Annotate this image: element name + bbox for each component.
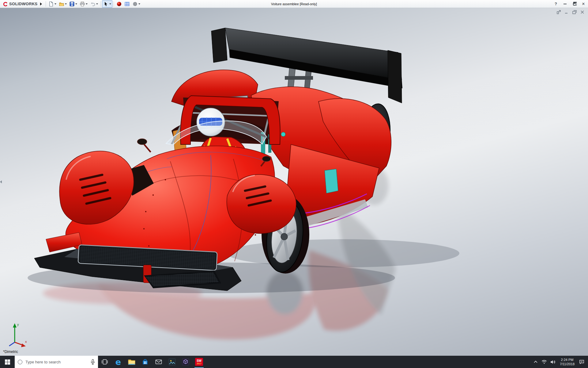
taskbar-apps: e — [98, 356, 206, 368]
task-view-icon — [101, 359, 108, 365]
mail-button[interactable] — [152, 356, 165, 368]
help-button[interactable]: ? — [551, 0, 560, 8]
side-window — [325, 169, 338, 193]
photos-icon — [168, 358, 176, 366]
print-button[interactable] — [78, 0, 89, 8]
open-folder-icon — [59, 1, 64, 7]
titlebar: SOLIDWORKS — [0, 0, 588, 8]
task-view-button[interactable] — [98, 356, 111, 368]
store-icon — [142, 358, 149, 365]
solidworks-taskbar-button[interactable]: SW 2017 — [192, 356, 206, 368]
design-table-button[interactable] — [123, 0, 131, 8]
orientation-triad: y x — [4, 321, 29, 349]
sw-badge-text: SW — [197, 359, 202, 362]
toolbar-separator — [114, 1, 114, 7]
photos-button[interactable] — [165, 356, 179, 368]
action-center-button[interactable] — [578, 356, 586, 368]
appearance-sphere-icon — [116, 1, 122, 7]
3d-cube-icon — [182, 358, 189, 366]
clock-time: 2:24 PM — [560, 358, 575, 362]
window-title: Voiture assemblee [Read-only] — [271, 2, 317, 6]
panel-collapse-arrow[interactable] — [0, 178, 3, 185]
file-explorer-button[interactable] — [125, 356, 138, 368]
options-button[interactable] — [131, 0, 141, 8]
network-icon — [541, 360, 547, 364]
car-model-render[interactable] — [0, 8, 588, 356]
brand-name: SOLIDWORKS — [9, 2, 38, 6]
table-grid-icon — [124, 1, 130, 7]
minimize-button[interactable] — [560, 0, 570, 8]
undo-icon — [90, 1, 96, 7]
x-axis-label: x — [25, 340, 27, 343]
edge-button[interactable]: e — [111, 356, 125, 368]
volume-button[interactable] — [549, 356, 557, 368]
new-document-icon — [48, 1, 54, 7]
select-tool-button[interactable] — [102, 0, 112, 8]
doc-restore-button[interactable] — [572, 10, 577, 14]
options-gear-icon — [132, 1, 138, 7]
search-input[interactable] — [25, 359, 88, 365]
toolbar-separator — [46, 1, 46, 7]
dropdown-caret-icon[interactable] — [86, 3, 88, 5]
clock-date: 7/11/2018 — [560, 362, 575, 366]
graphics-viewport[interactable]: y x *Dimetric — [0, 8, 588, 356]
chevron-up-icon — [533, 360, 538, 363]
save-button[interactable] — [68, 0, 78, 8]
close-icon: × — [582, 2, 585, 6]
z-axis-line — [9, 342, 15, 346]
doc-minimize-button[interactable] — [564, 10, 569, 14]
x-axis-arrow — [21, 343, 26, 347]
document-window-controls — [556, 10, 585, 14]
doc-popout-button[interactable] — [556, 10, 561, 14]
print-icon — [80, 1, 85, 7]
hidden-icons-button[interactable] — [532, 356, 540, 368]
network-button[interactable] — [540, 356, 548, 368]
sw-badge-year: 2017 — [197, 362, 202, 365]
dropdown-caret-icon[interactable] — [65, 3, 67, 5]
dropdown-caret-icon[interactable] — [55, 3, 56, 5]
mail-icon — [155, 359, 162, 365]
restore-icon — [573, 3, 576, 5]
view-orientation-label: *Dimetric — [3, 350, 18, 354]
store-button[interactable] — [138, 356, 152, 368]
undo-button[interactable] — [89, 0, 99, 8]
microphone-icon[interactable] — [91, 359, 95, 365]
solidworks-brand: SOLIDWORKS — [0, 1, 39, 7]
minimize-icon — [564, 4, 567, 4]
save-icon — [69, 1, 75, 7]
dropdown-caret-icon[interactable] — [96, 3, 98, 5]
taskbar-clock[interactable]: 2:24 PM 7/11/2018 — [557, 358, 577, 366]
open-button[interactable] — [58, 0, 68, 8]
left-mirror — [137, 139, 151, 152]
maximize-button[interactable] — [570, 0, 579, 8]
teal-indicator — [281, 132, 285, 136]
close-button[interactable]: × — [579, 0, 588, 8]
select-cursor-icon — [103, 1, 109, 7]
3d-viewer-button[interactable] — [179, 356, 192, 368]
new-document-button[interactable] — [47, 0, 58, 8]
dropdown-caret-icon[interactable] — [109, 3, 111, 5]
window-controls: ? × — [551, 0, 588, 8]
dropdown-caret-icon[interactable] — [75, 3, 77, 5]
chevron-left-icon — [0, 180, 2, 183]
dropdown-caret-icon[interactable] — [138, 3, 140, 5]
windows-taskbar: e — [0, 356, 588, 368]
appearances-button[interactable] — [115, 0, 123, 8]
file-explorer-icon — [128, 359, 135, 365]
y-axis-arrow — [13, 323, 17, 328]
windows-logo-icon — [5, 359, 10, 365]
start-button[interactable] — [0, 356, 15, 368]
toolbar-flyout-arrow-icon[interactable] — [40, 2, 42, 6]
solidworks-app-icon: SW 2017 — [195, 358, 203, 366]
taskbar-search[interactable] — [15, 356, 98, 368]
edge-icon: e — [115, 358, 121, 366]
system-tray: 2:24 PM 7/11/2018 — [532, 356, 588, 368]
action-center-icon — [579, 359, 584, 364]
search-icon — [18, 360, 22, 364]
y-axis-label: y — [17, 323, 19, 326]
speaker-icon — [550, 360, 556, 364]
doc-close-button[interactable] — [580, 10, 585, 14]
toolbar-separator — [100, 1, 101, 7]
help-icon: ? — [555, 2, 557, 6]
3ds-logo-icon — [2, 1, 8, 7]
